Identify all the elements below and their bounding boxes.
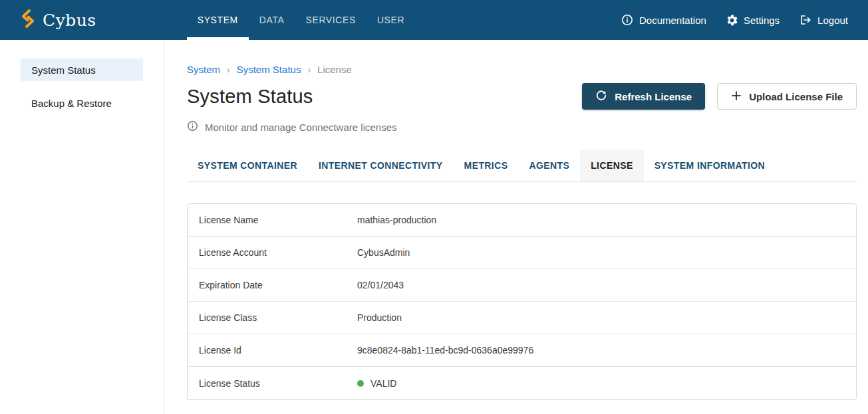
documentation-link[interactable]: Documentation <box>621 14 706 26</box>
page-action-buttons: Refresh License Upload License File <box>582 83 857 110</box>
table-row-license-account: License Account CybusAdmin <box>188 237 856 269</box>
plus-icon <box>731 90 742 103</box>
nav-item-data[interactable]: DATA <box>249 0 295 40</box>
logo-text: Cybus <box>43 11 96 30</box>
table-row-license-class: License Class Production <box>188 302 856 334</box>
table-row-expiration-date: Expiration Date 02/01/2043 <box>188 269 856 302</box>
cybus-logo: Cybus <box>20 0 96 40</box>
status-badge: VALID <box>370 378 396 389</box>
upload-license-file-button[interactable]: Upload License File <box>717 83 857 110</box>
page-subtitle: Monitor and manage Connectware licenses <box>187 120 857 134</box>
row-label: Expiration Date <box>188 280 357 290</box>
sidebar: System Status Backup & Restore <box>0 40 164 414</box>
breadcrumb-system[interactable]: System <box>187 64 220 75</box>
breadcrumb: System › System Status › License <box>187 64 857 75</box>
refresh-icon <box>595 90 607 104</box>
settings-label: Settings <box>744 15 780 26</box>
table-row-license-id: License Id 9c8e0824-8ab1-11ed-bc9d-0636a… <box>188 334 856 367</box>
logout-icon <box>799 14 811 26</box>
status-dot-valid <box>357 380 364 387</box>
license-details-card: License Name mathias-production License … <box>187 203 857 400</box>
row-label: License Class <box>188 312 357 323</box>
status-tabs: SYSTEM CONTAINER INTERNET CONNECTIVITY M… <box>187 150 857 182</box>
refresh-license-button[interactable]: Refresh License <box>582 83 705 110</box>
page-subtitle-text: Monitor and manage Connectware licenses <box>205 122 397 133</box>
sidebar-item-system-status[interactable]: System Status <box>21 58 143 81</box>
row-value: 02/01/2043 <box>357 280 404 290</box>
logout-link[interactable]: Logout <box>799 14 848 26</box>
tab-internet-connectivity[interactable]: INTERNET CONNECTIVITY <box>308 150 454 181</box>
settings-link[interactable]: Settings <box>726 15 780 26</box>
row-value: 9c8e0824-8ab1-11ed-bc9d-0636a0e99976 <box>357 345 533 356</box>
row-label: License Account <box>188 247 357 258</box>
header-actions: Documentation Settings Logout <box>621 0 848 40</box>
breadcrumb-license: License <box>317 64 352 75</box>
tab-system-information[interactable]: SYSTEM INFORMATION <box>644 150 776 181</box>
top-navbar: Cybus SYSTEM DATA SERVICES USER Document… <box>0 0 868 40</box>
nav-item-system[interactable]: SYSTEM <box>187 0 249 40</box>
info-icon <box>187 120 198 134</box>
table-row-license-status: License Status VALID <box>188 367 856 399</box>
table-row-license-name: License Name mathias-production <box>188 204 856 237</box>
row-value: VALID <box>357 378 396 389</box>
logout-label: Logout <box>817 15 848 26</box>
row-label: License Status <box>188 378 357 389</box>
upload-license-file-label: Upload License File <box>749 91 843 102</box>
tab-license[interactable]: LICENSE <box>580 150 643 181</box>
breadcrumb-separator: › <box>307 64 311 75</box>
row-value: mathias-production <box>357 215 436 225</box>
main-content: System › System Status › License System … <box>164 40 868 414</box>
tab-system-container[interactable]: SYSTEM CONTAINER <box>187 150 308 181</box>
nav-item-user[interactable]: USER <box>366 0 415 40</box>
row-value: CybusAdmin <box>357 247 410 258</box>
page-title: System Status <box>187 86 313 108</box>
row-label: License Name <box>188 215 357 225</box>
cybus-logo-icon <box>20 9 36 31</box>
documentation-label: Documentation <box>639 15 706 26</box>
row-value: Production <box>357 312 402 323</box>
nav-item-services[interactable]: SERVICES <box>295 0 366 40</box>
breadcrumb-separator: › <box>227 64 230 75</box>
tab-metrics[interactable]: METRICS <box>454 150 519 181</box>
breadcrumb-system-status[interactable]: System Status <box>237 64 301 75</box>
row-label: License Id <box>188 345 357 356</box>
tab-agents[interactable]: AGENTS <box>518 150 580 181</box>
sidebar-item-backup-restore[interactable]: Backup & Restore <box>21 92 143 114</box>
gear-icon <box>726 15 738 26</box>
info-icon <box>621 14 633 26</box>
refresh-license-label: Refresh License <box>615 91 692 102</box>
main-nav: SYSTEM DATA SERVICES USER <box>187 0 416 40</box>
